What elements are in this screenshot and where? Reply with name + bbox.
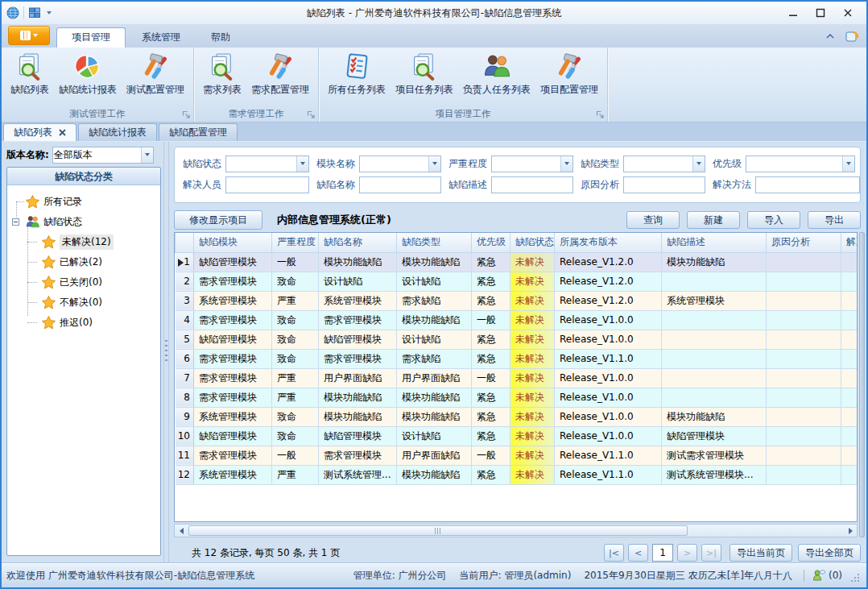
dialog-launcher-icon[interactable] [307,110,316,119]
ribbon-button-test-config[interactable]: 测试配置管理 [122,50,189,97]
cell-status[interactable]: 未解决 [510,388,555,407]
cell-severity[interactable]: 致命 [272,310,319,330]
scrollbar-thumb[interactable] [188,525,688,536]
cell-module[interactable]: 缺陷管理模块 [194,426,272,446]
ribbon-tab-help[interactable]: 帮助 [196,27,245,48]
row-selector[interactable]: 6 [176,349,194,368]
cell-description[interactable] [662,330,767,349]
application-menu-button[interactable] [8,26,50,45]
dropdown-button[interactable] [428,156,440,172]
cell-priority[interactable]: 紧急 [472,272,510,291]
cell-priority[interactable]: 一般 [472,446,510,465]
row-selector[interactable]: 3 [176,291,194,310]
vertical-scroll-strip[interactable] [859,232,865,537]
ribbon-button-owner-tasks[interactable]: 负责人任务列表 [458,50,535,97]
version-combo[interactable] [52,147,154,164]
filter-severity-input[interactable] [493,157,560,171]
cell-status[interactable]: 未解决 [510,272,555,291]
col-header-description[interactable]: 缺陷描述 [662,233,767,252]
cell-module[interactable]: 系统管理模块 [194,291,272,310]
maximize-button[interactable] [807,4,834,22]
doc-tab-defect-list[interactable]: 缺陷列表 [3,123,76,141]
cell-severity[interactable]: 一般 [272,252,319,272]
cell-status[interactable]: 未解决 [510,291,555,310]
cell-type[interactable]: 设计缺陷 [397,330,472,349]
tree-item-wont-fix[interactable]: 不解决(0) [7,292,160,313]
cell-priority[interactable]: 一般 [472,310,510,330]
tree-item-closed[interactable]: 已关闭(0) [7,272,160,292]
cell-severity[interactable]: 严重 [272,291,319,310]
col-header-cause[interactable]: 原因分析 [767,233,841,252]
row-selector[interactable]: 11 [176,446,194,465]
cell-description[interactable]: 测试系统管理模块... [662,465,767,484]
resize-grip-icon[interactable] [850,573,860,583]
cell-solution[interactable] [841,407,858,426]
version-combo-input[interactable] [54,148,140,162]
doc-tab-defect-config[interactable]: 缺陷配置管理 [159,123,238,141]
cell-solution[interactable] [841,330,858,349]
cell-type[interactable]: 模块功能缺陷 [397,252,472,272]
cell-priority[interactable]: 紧急 [472,349,510,368]
cell-module[interactable]: 需求管理模块 [194,368,272,388]
ribbon-button-project-tasks[interactable]: 项目任务列表 [391,50,458,97]
cell-version[interactable]: Release_V1.0.0 [555,407,662,426]
panel-splitter[interactable] [163,142,169,562]
cell-severity[interactable]: 严重 [272,388,319,407]
col-header-severity[interactable]: 严重程度 [272,233,319,252]
dropdown-button[interactable] [842,156,854,172]
row-selector[interactable]: 12 [176,465,194,484]
export-current-page-button[interactable]: 导出当前页 [730,544,792,562]
close-icon[interactable] [59,129,66,136]
export-all-pages-button[interactable]: 导出全部页 [798,544,861,562]
row-selector[interactable]: 5 [176,330,194,349]
cell-name[interactable]: 系统管理模块 [319,291,397,310]
row-selector[interactable]: 1 [176,252,194,272]
cell-name[interactable]: 模块功能缺陷 [319,407,397,426]
cell-description[interactable] [662,349,767,368]
table-row[interactable]: 4需求管理模块致命需求管理模块模块功能缺陷一般未解决Release_V1.0.0 [176,310,858,330]
filter-defect-status-input[interactable] [227,157,296,171]
cell-solution[interactable] [841,291,858,310]
cell-module[interactable]: 需求管理模块 [194,446,272,465]
cell-status[interactable]: 未解决 [510,446,555,465]
table-row[interactable]: 6需求管理模块致命需求管理模块需求缺陷紧急未解决Release_V1.1.0 [176,349,858,368]
cell-module[interactable]: 需求管理模块 [194,272,272,291]
cell-type[interactable]: 用户界面缺陷 [397,446,472,465]
import-button[interactable]: 导入 [747,211,800,229]
cell-solution[interactable] [841,446,858,465]
cell-description[interactable] [662,388,767,407]
cell-priority[interactable]: 一般 [472,368,510,388]
cell-priority[interactable]: 紧急 [472,330,510,349]
dropdown-button[interactable] [560,156,572,172]
cell-name[interactable]: 模块功能缺陷 [319,252,397,272]
filter-module-name-combo[interactable] [359,156,441,172]
filter-severity-combo[interactable] [491,156,573,172]
cell-name[interactable]: 测试系统管理... [319,465,397,484]
col-header-version[interactable]: 所属发布版本 [555,233,662,252]
cell-solution[interactable] [841,388,858,407]
tree-item-unresolved[interactable]: 未解决(12) [7,232,160,252]
cell-name[interactable]: 缺陷管理模块 [319,426,397,446]
cell-type[interactable]: 模块功能缺陷 [397,407,472,426]
cell-version[interactable]: Release_V1.0.0 [555,388,662,407]
cell-type[interactable]: 用户界面缺陷 [397,368,472,388]
minimize-button[interactable] [779,4,807,22]
filter-solution-input[interactable] [755,176,860,193]
filter-defect-status-combo[interactable] [225,156,309,172]
cell-version[interactable]: Release_V1.2.0 [555,252,662,272]
cell-description[interactable]: 测试需求管理模块 [662,446,767,465]
title-bar[interactable]: 缺陷列表 - 广州爱奇迪软件科技有限公司-缺陷信息管理系统 [2,2,866,24]
cell-severity[interactable]: 致命 [272,272,319,291]
cell-cause[interactable] [767,407,841,426]
cell-cause[interactable] [767,446,841,465]
cell-cause[interactable] [767,349,841,368]
cell-severity[interactable]: 致命 [272,349,319,368]
cell-priority[interactable]: 紧急 [472,465,510,484]
row-selector[interactable]: 9 [176,407,194,426]
cell-type[interactable]: 需求缺陷 [397,349,472,368]
cell-version[interactable]: Release_V1.2.0 [555,291,662,310]
col-header-module[interactable]: 缺陷模块 [194,233,272,252]
cell-cause[interactable] [767,252,841,272]
table-row[interactable]: 12系统管理模块严重测试系统管理...模块功能缺陷紧急未解决Release_V1… [176,465,858,484]
quick-access-dropdown-icon[interactable] [47,11,52,15]
